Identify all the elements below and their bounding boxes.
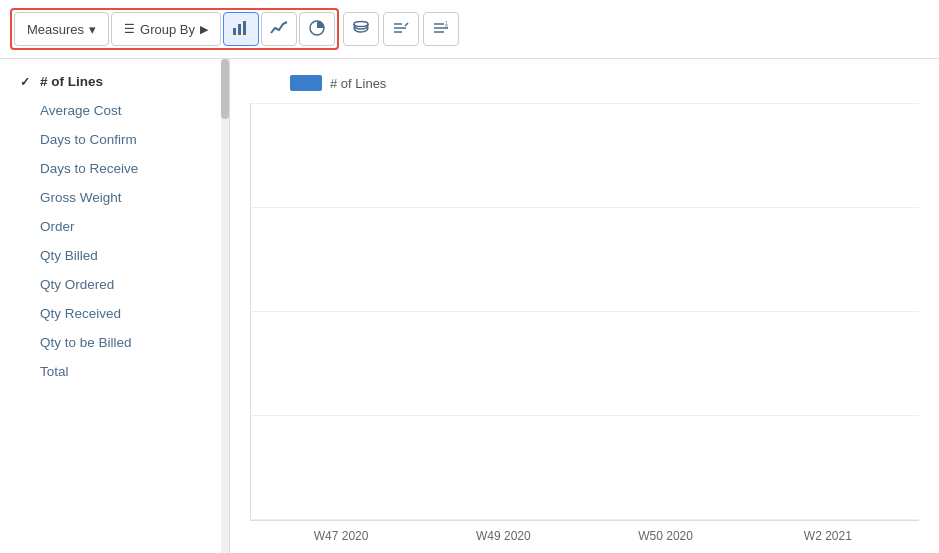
sort-num-icon: 1 9 <box>432 20 450 39</box>
menu-item-label: Qty Billed <box>40 248 98 263</box>
x-label-w47: W47 2020 <box>260 529 422 543</box>
grid-line <box>251 103 919 104</box>
legend-label: # of Lines <box>330 76 386 91</box>
svg-rect-1 <box>238 24 241 35</box>
menu-item-label: Days to Receive <box>40 161 138 176</box>
pie-chart-icon <box>308 20 326 39</box>
menu-item-label: Total <box>40 364 69 379</box>
chart-legend: # of Lines <box>250 75 919 91</box>
measures-button[interactable]: Measures ▾ <box>14 12 109 46</box>
group-by-button[interactable]: ☰ Group By ▶ <box>111 12 221 46</box>
sort-asc-icon <box>392 20 410 39</box>
svg-rect-2 <box>243 21 246 35</box>
grid-line <box>251 415 919 416</box>
menu-item-label: Gross Weight <box>40 190 122 205</box>
scrollbar-track[interactable] <box>221 59 229 553</box>
legend-color-box <box>290 75 322 91</box>
menu-item-label: Order <box>40 219 75 234</box>
grid-line <box>251 207 919 208</box>
bar-chart-icon <box>232 20 250 39</box>
sort-num-button[interactable]: 1 9 <box>423 12 459 46</box>
menu-item-qty-ordered[interactable]: Qty Ordered <box>0 270 229 299</box>
x-label-w49: W49 2020 <box>422 529 584 543</box>
chart-container: W47 2020 W49 2020 W50 2020 W2 2021 <box>250 103 919 543</box>
menu-item-total[interactable]: Total <box>0 357 229 386</box>
measures-label: Measures <box>27 22 84 37</box>
bar-chart-button[interactable] <box>223 12 259 46</box>
sort-asc-button[interactable] <box>383 12 419 46</box>
toolbar: Measures ▾ ☰ Group By ▶ <box>0 0 939 59</box>
x-label-w2: W2 2021 <box>747 529 909 543</box>
svg-text:9: 9 <box>445 24 448 30</box>
grid-line <box>251 311 919 312</box>
menu-item-gross-weight[interactable]: Gross Weight <box>0 183 229 212</box>
menu-item-qty-received[interactable]: Qty Received <box>0 299 229 328</box>
stack-button[interactable] <box>343 12 379 46</box>
menu-item-label: Qty Received <box>40 306 121 321</box>
x-label-w50: W50 2020 <box>585 529 747 543</box>
arrow-right-icon: ▶ <box>200 23 208 36</box>
menu-item-label: Days to Confirm <box>40 132 137 147</box>
checkmark-icon: ✓ <box>20 75 34 89</box>
x-labels: W47 2020 W49 2020 W50 2020 W2 2021 <box>250 521 919 543</box>
menu-item-label: Qty Ordered <box>40 277 114 292</box>
toolbar-outlined-group: Measures ▾ ☰ Group By ▶ <box>10 8 339 50</box>
menu-item-qty-billed2[interactable]: Qty to be Billed <box>0 328 229 357</box>
hamburger-icon: ☰ <box>124 22 135 36</box>
chart-bars-area <box>250 103 919 521</box>
line-chart-button[interactable] <box>261 12 297 46</box>
menu-item-avg-cost[interactable]: Average Cost <box>0 96 229 125</box>
content-area: ✓ # of Lines Average Cost Days to Confir… <box>0 59 939 553</box>
svg-rect-0 <box>233 28 236 35</box>
menu-item-label: Average Cost <box>40 103 122 118</box>
chart-area: # of Lines <box>230 59 939 553</box>
scrollbar-thumb[interactable] <box>221 59 229 119</box>
menu-item-lines[interactable]: ✓ # of Lines <box>0 67 229 96</box>
grid-line <box>251 519 919 520</box>
measures-dropdown: ✓ # of Lines Average Cost Days to Confir… <box>0 59 230 553</box>
group-by-label: Group By <box>140 22 195 37</box>
pie-chart-button[interactable] <box>299 12 335 46</box>
dropdown-arrow-icon: ▾ <box>89 22 96 37</box>
stack-icon <box>352 20 370 39</box>
menu-item-days-confirm[interactable]: Days to Confirm <box>0 125 229 154</box>
menu-item-days-receive[interactable]: Days to Receive <box>0 154 229 183</box>
menu-item-label: Qty to be Billed <box>40 335 132 350</box>
menu-item-qty-billed[interactable]: Qty Billed <box>0 241 229 270</box>
menu-item-order[interactable]: Order <box>0 212 229 241</box>
menu-item-label: # of Lines <box>40 74 103 89</box>
grid-lines <box>251 103 919 520</box>
line-chart-icon <box>270 20 288 39</box>
svg-point-4 <box>354 21 368 26</box>
